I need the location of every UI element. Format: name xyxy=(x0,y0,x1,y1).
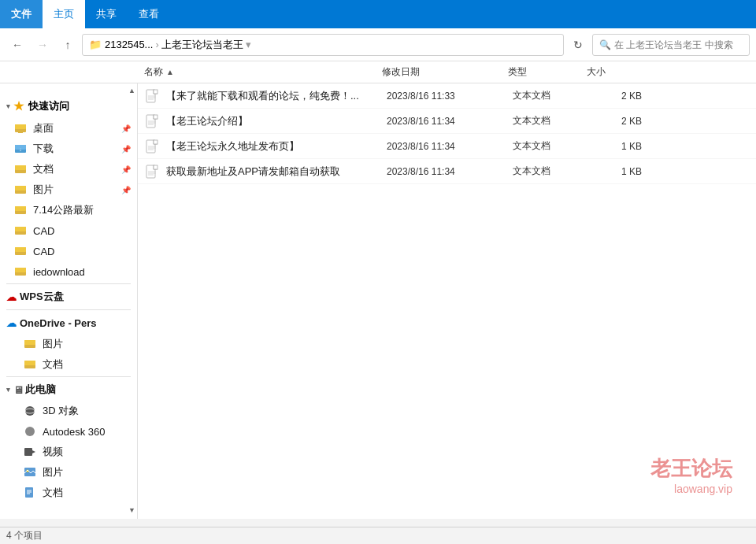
sidebar-item-downloads[interactable]: ↓ 下载 📌 xyxy=(0,139,137,159)
file3-size: 1 KB xyxy=(591,141,654,152)
sidebar: ▲ ▾ ★ 快速访问 桌面 📌 ↓ 下载 📌 文档 � xyxy=(0,83,138,519)
file-row[interactable]: 获取最新地址及APP请发邮箱自动获取 2023/8/16 11:34 文本文档 … xyxy=(138,159,756,184)
svg-rect-25 xyxy=(24,448,32,456)
sidebar-item-onedrive-documents[interactable]: 文档 xyxy=(0,354,137,375)
file4-type: 文本文档 xyxy=(513,165,591,178)
sidebar-item-onedrive-pictures[interactable]: 图片 xyxy=(0,334,137,354)
tab-file[interactable]: 文件 xyxy=(0,0,43,28)
onedrive-label: OneDrive - Pers xyxy=(20,317,97,329)
svg-rect-15 xyxy=(15,247,26,252)
714road-folder-icon xyxy=(13,202,28,218)
sidebar-item-video[interactable]: 视频 xyxy=(0,442,137,462)
sidebar-item-714road[interactable]: 7.14公路最新 xyxy=(0,200,137,220)
sidebar-item-documents[interactable]: 文档 📌 xyxy=(0,159,137,179)
quick-access-label: 快速访问 xyxy=(28,99,69,113)
svg-rect-44 xyxy=(154,140,158,144)
search-bar[interactable]: 🔍 xyxy=(592,34,750,56)
svg-rect-49 xyxy=(154,165,158,169)
quick-access-header[interactable]: ▾ ★ 快速访问 xyxy=(0,94,137,118)
sidebar-divider-2 xyxy=(6,309,131,310)
svg-rect-19 xyxy=(24,340,35,345)
sidebar-item-cad1[interactable]: CAD xyxy=(0,220,137,241)
3d-icon xyxy=(22,403,38,419)
onedrive-pictures-label: 图片 xyxy=(43,337,63,351)
sidebar-item-cad2[interactable]: CAD xyxy=(0,241,137,261)
pictures-label: 图片 xyxy=(33,183,54,197)
desktop-pin-icon: 📌 xyxy=(121,124,131,133)
pictures-folder-icon xyxy=(13,182,28,198)
pc-pictures-icon xyxy=(22,464,38,480)
col-date-header[interactable]: 修改日期 xyxy=(382,65,508,79)
thispc-chevron: ▾ xyxy=(6,386,10,394)
tab-home[interactable]: 主页 xyxy=(43,0,85,28)
svg-rect-9 xyxy=(15,186,26,191)
content-pane: 【来了就能下载和观看的论坛，纯免费！... 2023/8/16 11:33 文本… xyxy=(138,83,756,519)
quick-access-chevron: ▾ xyxy=(6,102,10,110)
watermark-url: laowang.vip xyxy=(650,483,732,495)
svg-rect-11 xyxy=(15,206,26,211)
sidebar-onedrive[interactable]: ☁ OneDrive - Pers xyxy=(0,312,137,334)
sidebar-item-pc-pictures[interactable]: 图片 xyxy=(0,462,137,483)
documents-folder-icon xyxy=(13,161,28,177)
sidebar-item-autodesk[interactable]: Autodesk 360 xyxy=(0,421,137,442)
watermark-text: 老王论坛 xyxy=(650,455,732,483)
iedownload-label: iedownload xyxy=(33,266,85,278)
tab-view[interactable]: 查看 xyxy=(128,0,170,28)
sort-arrow-icon: ▲ xyxy=(166,68,174,76)
3d-label: 3D 对象 xyxy=(43,404,79,418)
col-type-header[interactable]: 类型 xyxy=(508,65,587,79)
sidebar-scroll-down-icon[interactable]: ▼ xyxy=(128,506,135,514)
back-button[interactable]: ← xyxy=(6,34,28,56)
file-row[interactable]: 【来了就能下载和观看的论坛，纯免费！... 2023/8/16 11:33 文本… xyxy=(138,83,756,109)
breadcrumb-dropdown[interactable]: ▾ xyxy=(246,39,251,50)
714road-label: 7.14公路最新 xyxy=(33,203,94,217)
search-icon: 🔍 xyxy=(599,39,611,50)
file3-type: 文本文档 xyxy=(513,139,591,153)
col-size-header[interactable]: 大小 xyxy=(587,65,650,79)
thispc-icon: 🖥 xyxy=(13,384,24,396)
sidebar-scroll-up-icon[interactable]: ▲ xyxy=(128,87,135,94)
address-bar: ← → ↑ 📁 2132545... › 上老王论坛当老王 ▾ ↻ 🔍 xyxy=(0,28,756,61)
file1-name: 【来了就能下载和观看的论坛，纯免费！... xyxy=(166,89,387,103)
cad2-folder-icon xyxy=(13,243,28,259)
video-label: 视频 xyxy=(43,445,63,459)
breadcrumb[interactable]: 📁 2132545... › 上老王论坛当老王 ▾ xyxy=(82,34,564,56)
sidebar-item-pc-documents[interactable]: 文档 xyxy=(0,483,137,503)
up-button[interactable]: ↑ xyxy=(57,34,79,56)
col-name-header[interactable]: 名称 ▲ xyxy=(138,65,382,79)
watermark: 老王论坛 laowang.vip xyxy=(650,455,732,495)
svg-point-24 xyxy=(25,427,35,436)
documents-pin-icon: 📌 xyxy=(121,165,131,174)
sidebar-wps-cloud[interactable]: ☁ WPS云盘 xyxy=(0,286,137,308)
desktop-folder-icon xyxy=(13,120,28,136)
onedrive-pictures-icon xyxy=(22,336,38,352)
refresh-button[interactable]: ↻ xyxy=(567,34,589,56)
svg-rect-1 xyxy=(15,124,26,129)
file4-size: 1 KB xyxy=(591,166,654,177)
file1-icon xyxy=(144,88,160,104)
file3-date: 2023/8/16 11:34 xyxy=(387,141,513,152)
file-row[interactable]: 【老王论坛介绍】 2023/8/16 11:34 文本文档 2 KB xyxy=(138,109,756,134)
onedrive-icon: ☁ xyxy=(6,317,17,329)
status-bar: 4 个项目 xyxy=(0,527,756,544)
sidebar-item-desktop[interactable]: 桌面 📌 xyxy=(0,118,137,139)
breadcrumb-part1: 2132545... xyxy=(105,39,153,50)
svg-rect-39 xyxy=(154,115,158,119)
file4-icon xyxy=(144,164,160,179)
file2-type: 文本文档 xyxy=(513,114,591,128)
onedrive-documents-icon xyxy=(22,357,38,372)
sidebar-item-pictures[interactable]: 图片 📌 xyxy=(0,179,137,200)
sidebar-item-3d[interactable]: 3D 对象 xyxy=(0,401,137,421)
sidebar-thispc[interactable]: ▾ 🖥 此电脑 xyxy=(0,379,137,401)
file-row[interactable]: 【老王论坛永久地址发布页】 2023/8/16 11:34 文本文档 1 KB xyxy=(138,134,756,159)
search-input[interactable] xyxy=(614,39,743,50)
file2-size: 2 KB xyxy=(591,116,654,127)
breadcrumb-folder-icon: 📁 xyxy=(89,39,102,50)
svg-rect-13 xyxy=(15,227,26,231)
status-text: 4 个项目 xyxy=(6,529,43,542)
wps-label: WPS云盘 xyxy=(20,290,64,304)
cad1-folder-icon xyxy=(13,223,28,239)
sidebar-item-iedownload[interactable]: iedownload xyxy=(0,261,137,282)
forward-button[interactable]: → xyxy=(32,34,54,56)
tab-share[interactable]: 共享 xyxy=(85,0,128,28)
